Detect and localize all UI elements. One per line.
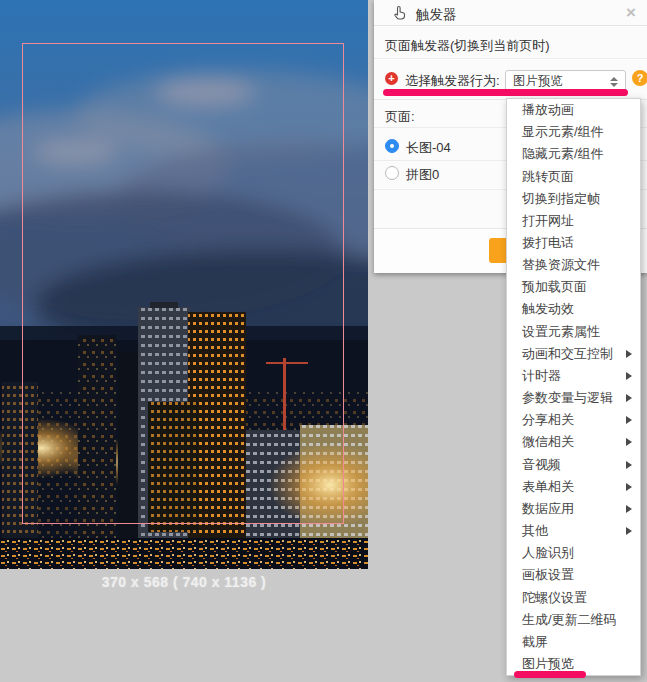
menu-item-label: 计时器 (522, 367, 561, 385)
add-trigger-icon[interactable]: + (385, 72, 398, 85)
menu-item[interactable]: 替换资源文件 (507, 254, 640, 276)
menu-item[interactable]: 生成/更新二维码 (507, 609, 640, 631)
menu-item[interactable]: 预加载页面 (507, 276, 640, 298)
menu-item-label: 触发动效 (522, 300, 574, 318)
menu-item[interactable]: 参数变量与逻辑 (507, 387, 640, 409)
menu-item[interactable]: 设置元素属性 (507, 321, 640, 343)
menu-item[interactable]: 动画和交互控制 (507, 343, 640, 365)
menu-item-label: 拨打电话 (522, 234, 574, 252)
editor-stage: 370 x 568 ( 740 x 1136 ) 触发器 × 页面触发器(切换到… (0, 0, 647, 682)
help-icon[interactable]: ? (632, 70, 647, 86)
menu-item-label: 设置元素属性 (522, 323, 600, 341)
menu-item-label: 其他 (522, 522, 548, 540)
submenu-arrow-icon (626, 527, 632, 535)
menu-item-label: 预加载页面 (522, 278, 587, 296)
menu-item-label: 显示元素/组件 (522, 123, 604, 141)
menu-item-label: 动画和交互控制 (522, 345, 613, 363)
canvas-size-label: 370 x 568 ( 740 x 1136 ) (0, 574, 368, 590)
page-radio-label: 长图-04 (406, 139, 451, 157)
menu-item-label: 数据应用 (522, 500, 574, 518)
menu-item-label: 人脸识别 (522, 544, 574, 562)
separator (374, 58, 647, 59)
behavior-label: 选择触发器行为: (405, 72, 500, 90)
selection-outline (22, 43, 344, 524)
menu-item[interactable]: 截屏 (507, 631, 640, 653)
menu-item-label: 分享相关 (522, 411, 574, 429)
menu-item[interactable]: 打开网址 (507, 210, 640, 232)
trigger-action-menu: 播放动画显示元素/组件隐藏元素/组件跳转页面切换到指定帧打开网址拨打电话替换资源… (506, 98, 641, 676)
menu-item-label: 参数变量与逻辑 (522, 389, 613, 407)
menu-item-label: 表单相关 (522, 478, 574, 496)
menu-item-label: 打开网址 (522, 212, 574, 230)
select-updown-icon (610, 77, 618, 87)
close-icon[interactable]: × (626, 3, 636, 23)
menu-item[interactable]: 切换到指定帧 (507, 188, 640, 210)
marker-underline-menu (514, 671, 586, 678)
menu-item[interactable]: 分享相关 (507, 409, 640, 431)
submenu-arrow-icon (626, 416, 632, 424)
menu-item[interactable]: 人脸识别 (507, 542, 640, 564)
submenu-arrow-icon (626, 438, 632, 446)
menu-item-label: 陀螺仪设置 (522, 589, 587, 607)
menu-item[interactable]: 画板设置 (507, 564, 640, 586)
menu-item[interactable]: 拨打电话 (507, 232, 640, 254)
menu-item[interactable]: 播放动画 (507, 99, 640, 121)
menu-item-label: 跳转页面 (522, 168, 574, 186)
panel-header: 触发器 × (374, 0, 647, 26)
submenu-arrow-icon (626, 505, 632, 513)
menu-item-label: 生成/更新二维码 (522, 611, 617, 629)
menu-item[interactable]: 显示元素/组件 (507, 121, 640, 143)
menu-item[interactable]: 微信相关 (507, 431, 640, 453)
submenu-arrow-icon (626, 372, 632, 380)
menu-item[interactable]: 隐藏元素/组件 (507, 143, 640, 165)
submenu-arrow-icon (626, 394, 632, 402)
panel-title: 触发器 (416, 6, 457, 24)
page-radio-label: 拼图0 (406, 166, 439, 184)
menu-item[interactable]: 计时器 (507, 365, 640, 387)
menu-item[interactable]: 其他 (507, 520, 640, 542)
menu-item-label: 截屏 (522, 633, 548, 651)
menu-item[interactable]: 图片预览 (507, 653, 640, 675)
menu-item[interactable]: 表单相关 (507, 476, 640, 498)
menu-item-label: 微信相关 (522, 433, 574, 451)
marker-underline-behavior (383, 89, 628, 96)
menu-item-label: 画板设置 (522, 566, 574, 584)
menu-item-label: 播放动画 (522, 101, 574, 119)
panel-subtitle: 页面触发器(切换到当前页时) (385, 37, 550, 55)
radio-unselected-icon[interactable] (385, 166, 399, 180)
hand-pointer-icon (391, 5, 407, 21)
page-section-label: 页面: (385, 108, 415, 126)
menu-item[interactable]: 音视频 (507, 454, 640, 476)
menu-item[interactable]: 跳转页面 (507, 165, 640, 187)
menu-item-label: 切换到指定帧 (522, 190, 600, 208)
radio-selected-icon[interactable] (385, 139, 399, 153)
menu-item-label: 替换资源文件 (522, 256, 600, 274)
behavior-selected-value: 图片预览 (513, 73, 563, 90)
menu-item-label: 音视频 (522, 456, 561, 474)
submenu-arrow-icon (626, 461, 632, 469)
menu-item[interactable]: 触发动效 (507, 298, 640, 320)
menu-item[interactable]: 数据应用 (507, 498, 640, 520)
menu-item-label: 隐藏元素/组件 (522, 145, 604, 163)
submenu-arrow-icon (626, 350, 632, 358)
submenu-arrow-icon (626, 483, 632, 491)
menu-item[interactable]: 陀螺仪设置 (507, 586, 640, 608)
